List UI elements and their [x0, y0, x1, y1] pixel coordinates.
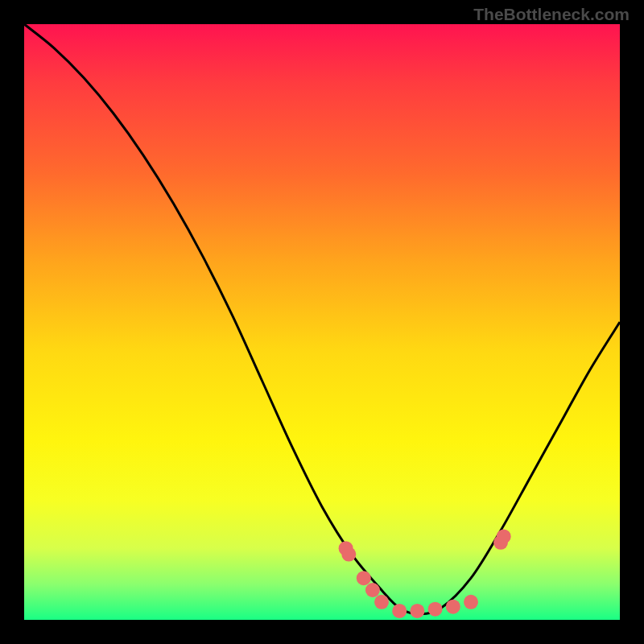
- plot-area: [24, 24, 620, 620]
- marker-point: [341, 547, 356, 562]
- marker-point: [410, 604, 424, 618]
- marker-point: [497, 529, 511, 543]
- bottleneck-curve: [24, 24, 620, 614]
- curve-group: [24, 24, 620, 614]
- marker-point: [374, 595, 389, 609]
- marker-point: [365, 583, 380, 597]
- marker-point: [428, 602, 443, 617]
- watermark-text: TheBottleneck.com: [473, 5, 630, 24]
- chart-svg: [24, 24, 620, 620]
- chart-container: TheBottleneck.com: [0, 0, 644, 644]
- marker-point: [357, 571, 371, 585]
- marker-point: [446, 600, 460, 614]
- markers-group: [339, 529, 511, 618]
- marker-point: [392, 604, 407, 618]
- marker-point: [464, 595, 478, 609]
